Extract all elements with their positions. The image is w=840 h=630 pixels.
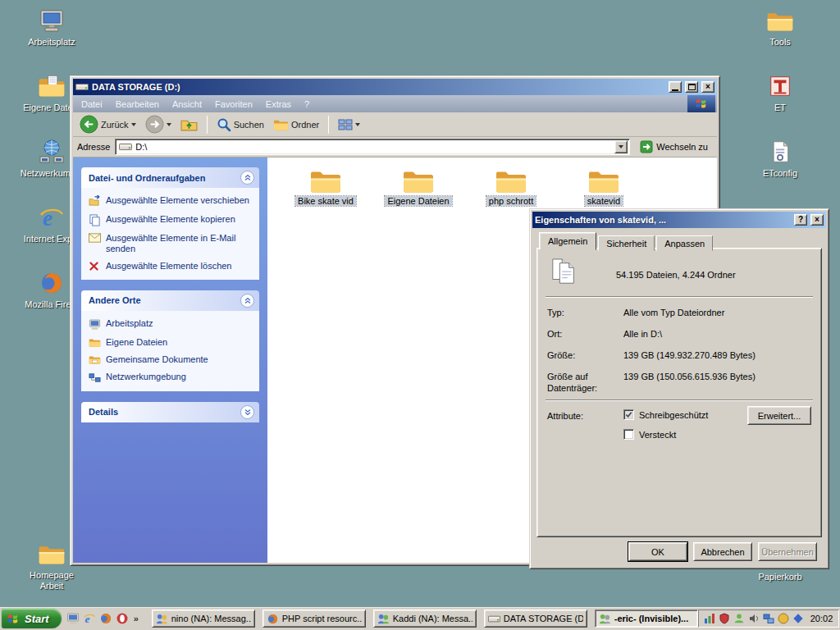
- collapse-button[interactable]: [240, 294, 254, 308]
- taskbar-button-nino[interactable]: nino (NA): Messag...: [152, 609, 255, 628]
- address-input[interactable]: [135, 142, 611, 152]
- tray-scheduler-icon[interactable]: [792, 613, 804, 624]
- dialog-tabs: Allgemein Sicherheit Anpassen: [539, 231, 819, 249]
- selection-summary: 54.195 Dateien, 4.244 Ordner: [616, 270, 736, 280]
- ok-button[interactable]: OK: [628, 542, 687, 561]
- tab-allgemein[interactable]: Allgemein: [539, 232, 596, 250]
- forward-button[interactable]: [143, 114, 174, 135]
- folder-item-skatevid[interactable]: skatevid: [568, 167, 639, 206]
- tray-messenger-icon[interactable]: [733, 613, 745, 624]
- taskbar-button-kaddi[interactable]: Kaddi (NA): Messa...: [373, 609, 477, 628]
- internet-explorer-icon[interactable]: e: [83, 612, 96, 625]
- menu-ansicht[interactable]: Ansicht: [166, 98, 208, 111]
- quick-launch-overflow-icon[interactable]: »: [132, 614, 140, 623]
- menu-datei[interactable]: Datei: [75, 98, 109, 111]
- tray-network-icon[interactable]: [763, 613, 774, 624]
- dialog-titlebar[interactable]: Eigenschaften von skatevid, ... ? ×: [532, 212, 826, 228]
- folder-icon: [309, 167, 342, 194]
- task-copy-selected[interactable]: Ausgewählte Elemente kopieren: [89, 214, 252, 226]
- file-tasks-header[interactable]: Datei- und Ordneraufgaben: [81, 167, 259, 188]
- property-value: 139 GB (149.932.270.489 Bytes): [623, 350, 810, 362]
- menu-bearbeiten[interactable]: Bearbeiten: [109, 98, 166, 111]
- up-button[interactable]: [178, 116, 200, 133]
- property-label: Ort:: [547, 329, 623, 340]
- help-button[interactable]: ?: [794, 214, 807, 226]
- messenger-icon: [156, 613, 168, 625]
- task-delete-selected[interactable]: Ausgewählte Elemente löschen: [89, 261, 252, 272]
- place-eigene-dateien[interactable]: Eigene Dateien: [89, 337, 252, 348]
- delete-icon: [89, 261, 101, 272]
- taskbar: Start e » nino (NA): Messag... PHP scrip…: [0, 607, 840, 630]
- desktop-icon-arbeitsplatz[interactable]: Arbeitsplatz: [21, 7, 83, 48]
- expand-button[interactable]: [240, 405, 254, 419]
- cancel-label: Abbrechen: [701, 547, 744, 557]
- hidden-label: Versteckt: [639, 430, 676, 440]
- tab-anpassen[interactable]: Anpassen: [656, 235, 713, 251]
- other-places-header[interactable]: Andere Orte: [81, 290, 259, 311]
- collapse-button[interactable]: [240, 171, 254, 185]
- hidden-checkbox-row[interactable]: Versteckt: [623, 429, 676, 440]
- folder-item-bike-skate-vid[interactable]: Bike skate vid: [290, 167, 361, 206]
- close-button[interactable]: ×: [810, 214, 824, 226]
- advanced-button[interactable]: Erweitert...: [747, 406, 811, 425]
- opera-icon[interactable]: [116, 612, 129, 625]
- back-button[interactable]: Zurück: [77, 114, 139, 135]
- checkbox-unchecked-icon[interactable]: [623, 429, 634, 440]
- section-title: Datei- und Ordneraufgaben: [89, 173, 205, 183]
- folders-button[interactable]: Ordner: [271, 117, 322, 132]
- desktop-icon-et[interactable]: ET: [749, 72, 811, 113]
- folder-item-eigene-dateien[interactable]: Eigene Dateien: [383, 167, 454, 206]
- tray-activity-icon[interactable]: [704, 613, 715, 624]
- folder-label: php schrott: [486, 196, 536, 206]
- firefox-icon: [267, 613, 279, 625]
- apply-button[interactable]: Übernehmen: [758, 542, 817, 561]
- details-header[interactable]: Details: [81, 402, 259, 422]
- menu-help[interactable]: ?: [298, 98, 316, 111]
- taskbar-button-label: -eric- (Invisible)...: [614, 614, 694, 623]
- tray-volume-icon[interactable]: [748, 613, 760, 624]
- tray-update-icon[interactable]: [778, 613, 789, 624]
- tray-antivirus-icon[interactable]: [719, 613, 730, 624]
- messenger-icon: [599, 613, 611, 625]
- search-button[interactable]: Suchen: [214, 116, 267, 133]
- shared-folder-icon: [89, 354, 101, 365]
- desktop-icon-etconfig[interactable]: ETconfig: [749, 138, 811, 179]
- multiple-files-icon: [550, 258, 578, 286]
- firefox-icon[interactable]: [99, 612, 112, 625]
- menu-extras[interactable]: Extras: [259, 98, 298, 111]
- desktop-icon-tools[interactable]: Tools: [749, 7, 811, 48]
- folder-item-php-schrott[interactable]: php schrott: [476, 167, 546, 206]
- go-button[interactable]: Wechseln zu: [635, 139, 713, 155]
- task-move-selected[interactable]: Ausgewählte Elemente verschieben: [89, 195, 252, 208]
- maximize-button[interactable]: [685, 81, 698, 93]
- place-arbeitsplatz[interactable]: Arbeitsplatz: [89, 318, 252, 331]
- place-gemeinsame-dokumente[interactable]: Gemeinsame Dokumente: [89, 354, 252, 365]
- address-dropdown-button[interactable]: [614, 140, 628, 153]
- system-tray: 20:02: [698, 609, 840, 628]
- show-desktop-icon[interactable]: [66, 612, 80, 625]
- folder-icon: [38, 540, 66, 568]
- minimize-button[interactable]: [669, 81, 682, 93]
- network-icon: [38, 138, 66, 166]
- taskbar-button-eric[interactable]: -eric- (Invisible)...: [595, 609, 698, 628]
- explorer-titlebar[interactable]: DATA STORAGE (D:) ×: [73, 79, 717, 95]
- drive-icon: [119, 142, 132, 152]
- taskbar-clock[interactable]: 20:02: [807, 614, 833, 623]
- readonly-checkbox-row[interactable]: Schreibgeschützt: [623, 409, 708, 420]
- dialog-title: Eigenschaften von skatevid, ...: [535, 215, 791, 225]
- menu-favoriten[interactable]: Favoriten: [208, 98, 259, 111]
- address-combo[interactable]: [115, 139, 630, 155]
- views-button[interactable]: [336, 117, 363, 132]
- property-label: Größe auf Datenträger:: [547, 372, 623, 395]
- tab-sicherheit[interactable]: Sicherheit: [598, 235, 655, 251]
- place-netzwerkumgebung[interactable]: Netzwerkumgebung: [89, 372, 252, 384]
- close-button[interactable]: ×: [701, 81, 714, 93]
- task-email-selected[interactable]: Ausgewählte Elemente in E-Mail senden: [89, 233, 252, 254]
- back-label: Zurück: [101, 120, 129, 130]
- taskbar-button-php-script[interactable]: PHP script resourc...: [262, 609, 366, 628]
- taskbar-button-data-storage[interactable]: DATA STORAGE (D:): [484, 609, 587, 628]
- start-button[interactable]: Start: [2, 609, 62, 628]
- checkbox-checked-icon[interactable]: [623, 409, 634, 420]
- go-label: Wechseln zu: [656, 142, 708, 152]
- cancel-button[interactable]: Abbrechen: [693, 542, 752, 561]
